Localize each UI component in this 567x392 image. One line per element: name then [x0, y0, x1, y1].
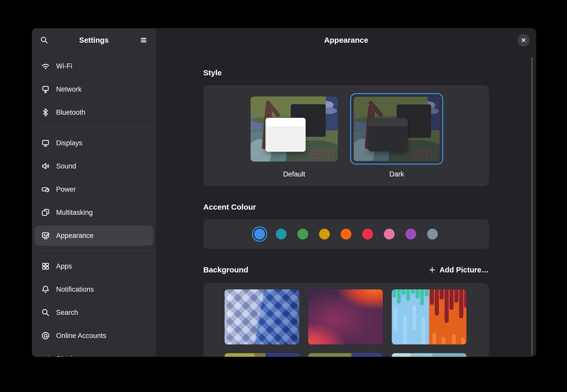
sidebar-item-wifi[interactable]: Wi-Fi	[34, 56, 153, 76]
accent-colour-card	[203, 219, 489, 249]
main-header: Appearance	[156, 28, 536, 52]
bell-icon	[41, 285, 50, 294]
main-panel: Appearance Style	[156, 28, 536, 357]
slate-accent-swatch[interactable]	[427, 229, 438, 239]
sidebar-item-label: Notifications	[56, 286, 94, 293]
sidebar-item-label: Online Accounts	[56, 332, 106, 340]
share-icon	[41, 354, 50, 357]
sidebar-item-label: Power	[56, 185, 76, 193]
sound-icon	[41, 162, 50, 171]
sidebar-header: Settings	[32, 28, 156, 52]
sidebar-item-appearance[interactable]: Appearance	[34, 226, 153, 246]
wifi-icon	[41, 62, 50, 70]
sidebar-item-label: Sound	[56, 162, 76, 170]
appearance-icon	[41, 231, 50, 240]
sidebar-item-multitasking[interactable]: Multitasking	[34, 202, 153, 222]
wallpaper-field-day-night[interactable]	[308, 353, 383, 357]
wallpaper-blue-orange-drips[interactable]	[392, 289, 466, 344]
yellow-accent-swatch[interactable]	[319, 229, 330, 239]
search-icon	[41, 308, 50, 317]
sidebar-item-sharing[interactable]: Sharing	[34, 349, 153, 357]
close-icon	[521, 38, 526, 43]
background-card	[203, 283, 489, 357]
style-card: Default Dark	[203, 85, 489, 186]
page-title: Appearance	[156, 28, 536, 52]
hamburger-menu-icon[interactable]	[137, 34, 150, 46]
sidebar-item-label: Apps	[56, 262, 72, 270]
accent-section-title: Accent Colour	[203, 203, 489, 211]
bluetooth-icon	[41, 108, 50, 117]
sidebar-item-label: Wi-Fi	[56, 62, 72, 70]
apps-icon	[41, 262, 50, 271]
add-picture-button[interactable]: Add Picture…	[429, 266, 489, 274]
add-picture-label: Add Picture…	[439, 266, 489, 274]
display-icon	[41, 139, 50, 147]
style-option-default[interactable]	[251, 96, 338, 162]
sidebar-item-displays[interactable]: Displays	[34, 133, 153, 153]
wallpaper-meadow-day-night[interactable]	[225, 353, 299, 357]
network-icon	[41, 85, 50, 94]
style-option-dark-selected[interactable]	[350, 93, 443, 165]
sidebar-divider	[36, 251, 152, 251]
sidebar-nav: Wi-Fi Network Bluetooth Displays Sound	[32, 52, 156, 357]
multitasking-icon	[41, 208, 50, 217]
sidebar: Settings Wi-Fi Network Bluetooth Display	[32, 28, 156, 357]
sidebar-item-search[interactable]: Search	[34, 302, 153, 323]
sidebar-item-label: Displays	[56, 139, 82, 147]
sidebar-item-apps[interactable]: Apps	[34, 256, 153, 276]
sidebar-item-online-accounts[interactable]: Online Accounts	[34, 326, 153, 346]
style-option-default-label: Default	[251, 170, 338, 178]
sidebar-item-label: Sharing	[56, 355, 80, 357]
window-mockup-front-dark	[368, 118, 408, 152]
power-icon	[41, 185, 50, 194]
background-section-title: Background	[203, 265, 248, 274]
style-section-title: Style	[203, 68, 489, 77]
sidebar-item-network[interactable]: Network	[34, 79, 153, 99]
teal-accent-swatch[interactable]	[276, 229, 287, 239]
sidebar-item-label: Multitasking	[56, 209, 93, 217]
sidebar-item-power[interactable]: Power	[34, 179, 153, 199]
plus-icon	[429, 266, 436, 273]
sidebar-item-bluetooth[interactable]: Bluetooth	[34, 102, 153, 122]
sidebar-item-notifications[interactable]: Notifications	[34, 279, 153, 299]
sidebar-item-label: Search	[56, 309, 78, 317]
sidebar-item-label: Appearance	[56, 232, 94, 240]
content: Style	[203, 68, 489, 357]
pink-accent-swatch[interactable]	[384, 229, 395, 239]
search-icon[interactable]	[38, 34, 50, 46]
green-accent-swatch[interactable]	[297, 229, 308, 239]
red-accent-swatch[interactable]	[362, 229, 373, 239]
at-icon	[41, 331, 50, 340]
wallpaper-light-teal-mist[interactable]	[392, 353, 466, 357]
style-option-dark-label: Dark	[350, 170, 443, 178]
background-header: Background Add Picture…	[203, 265, 489, 275]
window-mockup-front-light	[265, 118, 306, 152]
vertical-scrollbar[interactable]	[531, 57, 533, 355]
sidebar-item-label: Network	[56, 85, 82, 93]
close-button[interactable]	[517, 34, 530, 46]
sidebar-divider	[36, 128, 152, 128]
settings-window: Settings Wi-Fi Network Bluetooth Display	[32, 28, 536, 357]
blue-accent-swatch[interactable]	[254, 229, 265, 239]
sidebar-item-label: Bluetooth	[56, 109, 85, 117]
sidebar-item-sound[interactable]: Sound	[34, 156, 153, 176]
style-option-dark-thumb	[354, 97, 440, 161]
orange-accent-swatch[interactable]	[341, 229, 351, 239]
wallpaper-blue-geometric[interactable]	[225, 289, 299, 344]
wallpaper-red-purple-waves[interactable]	[308, 289, 383, 344]
purple-accent-swatch[interactable]	[405, 229, 416, 239]
